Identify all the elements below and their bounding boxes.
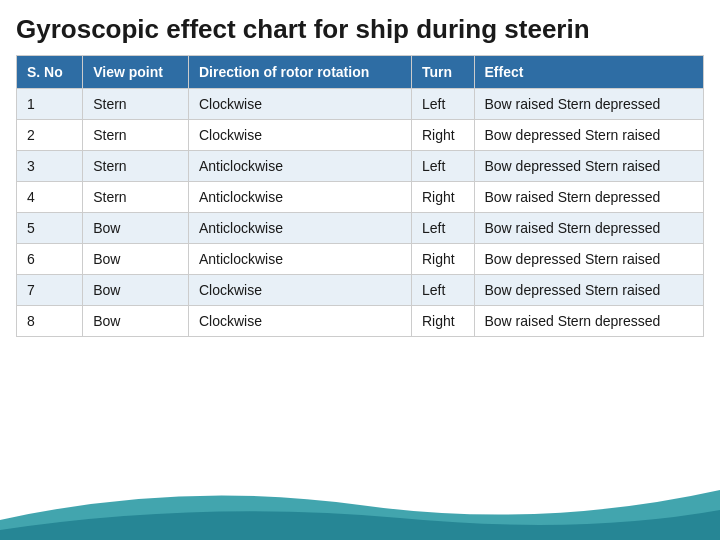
cell-direction: Anticlockwise [188,213,411,244]
cell-turn: Left [411,89,474,120]
cell-effect: Bow depressed Stern raised [474,244,704,275]
cell-viewpoint: Bow [83,275,189,306]
cell-effect: Bow depressed Stern raised [474,120,704,151]
gyroscopic-table: S. No View point Direction of rotor rota… [16,55,704,337]
cell-effect: Bow raised Stern depressed [474,213,704,244]
cell-effect: Bow raised Stern depressed [474,89,704,120]
table-row: 3SternAnticlockwiseLeftBow depressed Ste… [17,151,704,182]
col-header-turn: Turn [411,56,474,89]
table-row: 7BowClockwiseLeftBow depressed Stern rai… [17,275,704,306]
table-row: 5BowAnticlockwiseLeftBow raised Stern de… [17,213,704,244]
cell-viewpoint: Stern [83,89,189,120]
cell-sno: 5 [17,213,83,244]
cell-effect: Bow raised Stern depressed [474,306,704,337]
cell-sno: 7 [17,275,83,306]
table-header-row: S. No View point Direction of rotor rota… [17,56,704,89]
cell-turn: Right [411,120,474,151]
cell-direction: Clockwise [188,306,411,337]
cell-viewpoint: Bow [83,213,189,244]
page-wrapper: Gyroscopic effect chart for ship during … [0,0,720,540]
cell-sno: 8 [17,306,83,337]
cell-viewpoint: Stern [83,151,189,182]
cell-effect: Bow depressed Stern raised [474,275,704,306]
cell-direction: Anticlockwise [188,244,411,275]
cell-sno: 4 [17,182,83,213]
cell-direction: Anticlockwise [188,182,411,213]
cell-sno: 1 [17,89,83,120]
cell-viewpoint: Stern [83,182,189,213]
table-row: 2SternClockwiseRightBow depressed Stern … [17,120,704,151]
col-header-sno: S. No [17,56,83,89]
cell-turn: Left [411,275,474,306]
col-header-effect: Effect [474,56,704,89]
cell-direction: Clockwise [188,275,411,306]
cell-sno: 6 [17,244,83,275]
table-container: S. No View point Direction of rotor rota… [0,55,720,337]
table-row: 1SternClockwiseLeftBow raised Stern depr… [17,89,704,120]
cell-sno: 3 [17,151,83,182]
cell-viewpoint: Bow [83,244,189,275]
cell-turn: Left [411,151,474,182]
cell-effect: Bow depressed Stern raised [474,151,704,182]
cell-turn: Right [411,244,474,275]
cell-turn: Left [411,213,474,244]
cell-direction: Clockwise [188,120,411,151]
bottom-graphic [0,480,720,540]
cell-viewpoint: Bow [83,306,189,337]
cell-turn: Right [411,306,474,337]
cell-direction: Clockwise [188,89,411,120]
cell-sno: 2 [17,120,83,151]
col-header-viewpoint: View point [83,56,189,89]
col-header-direction: Direction of rotor rotation [188,56,411,89]
table-row: 8BowClockwiseRightBow raised Stern depre… [17,306,704,337]
cell-direction: Anticlockwise [188,151,411,182]
cell-viewpoint: Stern [83,120,189,151]
cell-turn: Right [411,182,474,213]
table-row: 4SternAnticlockwiseRightBow raised Stern… [17,182,704,213]
page-title: Gyroscopic effect chart for ship during … [0,0,720,55]
cell-effect: Bow raised Stern depressed [474,182,704,213]
table-row: 6BowAnticlockwiseRightBow depressed Ster… [17,244,704,275]
